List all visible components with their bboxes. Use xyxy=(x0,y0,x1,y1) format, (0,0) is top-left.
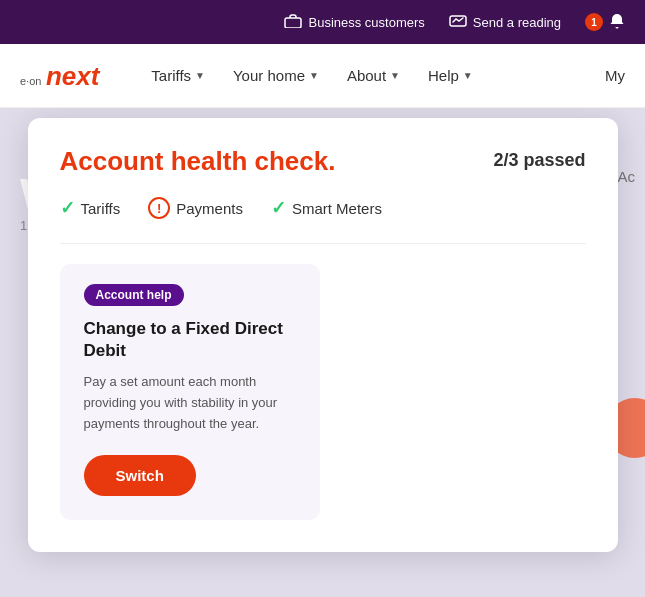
nav-your-home[interactable]: Your home ▼ xyxy=(221,59,331,92)
briefcase-icon xyxy=(284,14,302,31)
my-label: My xyxy=(605,67,625,84)
about-label: About xyxy=(347,67,386,84)
help-label: Help xyxy=(428,67,459,84)
check-tariffs: ✓ Tariffs xyxy=(60,197,121,219)
card-badge: Account help xyxy=(84,284,184,306)
check-smart-meters-label: Smart Meters xyxy=(292,200,382,217)
notification-badge: 1 xyxy=(585,13,603,31)
tariffs-chevron-icon: ▼ xyxy=(195,70,205,81)
modal-score: 2/3 passed xyxy=(493,150,585,171)
logo[interactable]: e·on next xyxy=(20,63,99,89)
modal-overlay: Account health check. 2/3 passed ✓ Tarif… xyxy=(0,108,645,597)
about-chevron-icon: ▼ xyxy=(390,70,400,81)
modal-divider xyxy=(60,243,586,244)
your-home-chevron-icon: ▼ xyxy=(309,70,319,81)
modal-checks: ✓ Tariffs ! Payments ✓ Smart Meters xyxy=(60,197,586,219)
notification-link[interactable]: 1 xyxy=(585,13,625,32)
check-tariffs-label: Tariffs xyxy=(81,200,121,217)
top-bar: Business customers Send a reading 1 xyxy=(0,0,645,44)
nav-my[interactable]: My xyxy=(605,67,625,84)
warning-icon: ! xyxy=(148,197,170,219)
meter-icon xyxy=(449,14,467,31)
check-payments-label: Payments xyxy=(176,200,243,217)
bell-icon xyxy=(609,13,625,32)
check-smart-meters: ✓ Smart Meters xyxy=(271,197,382,219)
your-home-label: Your home xyxy=(233,67,305,84)
nav-tariffs[interactable]: Tariffs ▼ xyxy=(139,59,217,92)
send-reading-link[interactable]: Send a reading xyxy=(449,14,561,31)
account-health-modal: Account health check. 2/3 passed ✓ Tarif… xyxy=(28,118,618,552)
send-reading-label: Send a reading xyxy=(473,15,561,30)
business-customers-link[interactable]: Business customers xyxy=(284,14,424,31)
modal-title: Account health check. xyxy=(60,146,336,177)
svg-rect-0 xyxy=(285,18,301,28)
check-green-icon: ✓ xyxy=(60,197,75,219)
logo-brand: e·on xyxy=(20,75,41,87)
check-green-icon-2: ✓ xyxy=(271,197,286,219)
modal-header: Account health check. 2/3 passed xyxy=(60,146,586,177)
card-title: Change to a Fixed Direct Debit xyxy=(84,318,296,362)
nav-items: Tariffs ▼ Your home ▼ About ▼ Help ▼ xyxy=(139,59,605,92)
switch-button[interactable]: Switch xyxy=(84,455,196,496)
help-chevron-icon: ▼ xyxy=(463,70,473,81)
business-customers-label: Business customers xyxy=(308,15,424,30)
nav-about[interactable]: About ▼ xyxy=(335,59,412,92)
check-payments: ! Payments xyxy=(148,197,243,219)
logo-next: next xyxy=(46,61,99,91)
tariffs-label: Tariffs xyxy=(151,67,191,84)
nav-bar: e·on next Tariffs ▼ Your home ▼ About ▼ … xyxy=(0,44,645,108)
nav-help[interactable]: Help ▼ xyxy=(416,59,485,92)
account-help-card: Account help Change to a Fixed Direct De… xyxy=(60,264,320,520)
page-background: Wo… 192 G Ac t paympaymement iss afteris… xyxy=(0,108,645,597)
card-description: Pay a set amount each month providing yo… xyxy=(84,372,296,434)
